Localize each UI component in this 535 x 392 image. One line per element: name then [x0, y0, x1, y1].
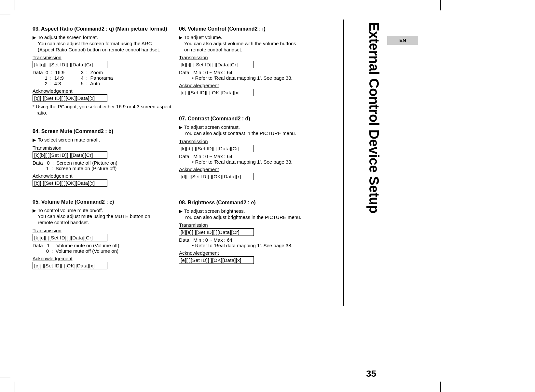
arrow-icon: ▶ [33, 34, 36, 53]
data-row: 3 : Zoom [81, 70, 113, 75]
desc-line: To control volume mute on/off. [38, 208, 103, 213]
transmission-label: Transmission [33, 228, 172, 233]
section-title: 08. Brightness (Command2 : e) [179, 200, 319, 206]
data-table: Data 0 : 16:9 1 : 14:9 2 : 4:3 3 : Zoom … [33, 70, 172, 86]
crop-mark [0, 15, 10, 15]
section-title: 05. Volume Mute (Command2 : c) [33, 199, 172, 205]
data-row: 1 : 14:9 [33, 75, 64, 81]
desc-line: To adjust screen contrast. [184, 124, 240, 130]
crop-mark [440, 382, 441, 392]
ack-label: Acknowledgement [179, 167, 319, 172]
section-note: * Using the PC input, you select either … [33, 104, 172, 116]
section-desc: ▶ To adjust volume. You can also adjust … [179, 34, 319, 53]
data-note: Refer to 'Real data mapping 1'. See page… [192, 243, 319, 248]
arrow-icon: ▶ [33, 137, 36, 143]
desc-line: To adjust screen brightness. [184, 208, 245, 214]
section-desc: ▶ To adjust the screen format. You can a… [33, 34, 172, 53]
transmission-label: Transmission [33, 55, 172, 60]
data-row: 2 : 4:3 [33, 81, 64, 86]
arrow-icon: ▶ [179, 34, 183, 53]
desc-line: You can also adjust the screen format us… [38, 41, 152, 46]
data-row: 0 : Volume mute off (Volume on) [33, 248, 172, 254]
section-desc: ▶ To adjust screen contrast. You can als… [179, 124, 319, 137]
transmission-code: [k][i][ ][Set ID][ ][Data][Cr] [179, 61, 254, 68]
transmission-label: Transmission [179, 55, 319, 60]
side-title: External Control Device Setup [366, 22, 382, 213]
section-title: 06. Volume Control (Command2 : i) [179, 26, 319, 32]
transmission-label: Transmission [179, 139, 319, 144]
note-line: ratio. [36, 110, 47, 115]
desc-line: You can also adjust contrast in the PICT… [184, 130, 296, 136]
arrow-icon: ▶ [179, 208, 183, 221]
ack-code: [b][ ][Set ID][ ][OK][Data][x] [33, 179, 107, 187]
left-column: 03. Aspect Ratio (Command2 : q) (Main pi… [33, 26, 172, 282]
section-desc: ▶ To select screen mute on/off. [33, 137, 172, 143]
transmission-code: [k][c][ ][Set ID][ ][Data][Cr] [33, 234, 107, 241]
desc-line: To select screen mute on/off. [38, 137, 100, 143]
ack-label: Acknowledgement [179, 250, 319, 256]
crop-mark [15, 0, 15, 10]
ack-label: Acknowledgement [33, 256, 172, 261]
data-note: Refer to 'Real data mapping 1'. See page… [192, 159, 319, 165]
crop-mark [440, 0, 441, 10]
section-08: 08. Brightness (Command2 : e) ▶ To adjus… [179, 200, 319, 264]
page-body: 03. Aspect Ratio (Command2 : q) (Main pi… [29, 20, 377, 364]
data-row: Data 0 : 16:9 [33, 70, 64, 75]
data-row: Data 0 : Screen mute off (Picture on) [33, 160, 172, 166]
desc-line: You can also adjust volume with the volu… [184, 41, 296, 46]
ack-code: [e][ ][Set ID][ ][OK][Data][x] [179, 256, 254, 264]
desc-line: (Aspect Ratio Control) button on remote … [38, 47, 160, 52]
transmission-label: Transmission [33, 145, 172, 151]
transmission-code: [k][d][ ][Set ID][ ][Data][Cr] [179, 145, 254, 152]
data-row: 1 : Screen mute on (Picture off) [33, 166, 172, 171]
section-title: 04. Screen Mute (Command2 : b) [33, 128, 172, 134]
data-row: Data 1 : Volume mute on (Volume off) [33, 243, 172, 248]
column-divider [343, 20, 344, 306]
desc-line: To adjust the screen format. [38, 34, 98, 40]
note-line: * Using the PC input, you select either … [33, 104, 171, 109]
transmission-label: Transmission [179, 222, 319, 228]
section-06: 06. Volume Control (Command2 : i) ▶ To a… [179, 26, 319, 96]
ack-label: Acknowledgement [179, 83, 319, 88]
section-07: 07. Contrast (Command2 : d) ▶ To adjust … [179, 116, 319, 180]
desc-line: You can also adjust brightness in the PI… [184, 214, 301, 220]
transmission-code: [k][q][ ][Set ID][ ][Data][Cr] [33, 61, 107, 68]
ack-code: [c][ ][Set ID][ ][OK][Data][x] [33, 262, 107, 269]
language-tab: EN [387, 36, 418, 45]
data-row: Data Min : 0 ~ Max : 64 [179, 70, 319, 75]
section-title: 07. Contrast (Command2 : d) [179, 116, 319, 122]
arrow-icon: ▶ [179, 124, 183, 137]
section-title: 03. Aspect Ratio (Command2 : q) (Main pi… [33, 26, 172, 32]
page-number: 35 [366, 369, 376, 379]
crop-mark [0, 377, 10, 378]
data-row: 4 : Panorama [81, 75, 113, 81]
section-05: 05. Volume Mute (Command2 : c) ▶ To cont… [33, 199, 172, 269]
data-row: Data Min : 0 ~ Max : 64 [179, 154, 319, 159]
columns: 03. Aspect Ratio (Command2 : q) (Main pi… [33, 26, 319, 282]
ack-label: Acknowledgement [33, 88, 172, 94]
section-04: 04. Screen Mute (Command2 : b) ▶ To sele… [33, 128, 172, 187]
desc-line: To adjust volume. [184, 34, 222, 40]
desc-line: on remote control handset. [184, 47, 242, 52]
section-desc: ▶ To control volume mute on/off. You can… [33, 208, 172, 226]
section-desc: ▶ To adjust screen brightness. You can a… [179, 208, 319, 221]
ack-code: [i][ ][Set ID][ ][OK][Data][x] [179, 89, 254, 96]
ack-code: [q][ ][Set ID][ ][OK][Data][x] [33, 94, 107, 102]
content-area: 03. Aspect Ratio (Command2 : q) (Main pi… [33, 26, 319, 282]
transmission-code: [k][b][ ][Set ID][ ][Data][Cr] [33, 151, 107, 159]
data-row: Data Min : 0 ~ Max : 64 [179, 237, 319, 243]
arrow-icon: ▶ [33, 208, 36, 226]
data-note: Refer to 'Real data mapping 1'. See page… [192, 75, 319, 81]
transmission-code: [k][e][ ][Set ID][ ][Data][Cr] [179, 228, 254, 236]
crop-mark [15, 382, 15, 392]
desc-line: You can also adjust mute using the MUTE … [38, 213, 150, 219]
section-03: 03. Aspect Ratio (Command2 : q) (Main pi… [33, 26, 172, 116]
right-column: 06. Volume Control (Command2 : i) ▶ To a… [179, 26, 319, 282]
ack-label: Acknowledgement [33, 173, 172, 179]
data-row: 5 : Auto [81, 81, 113, 86]
ack-code: [d][ ][Set ID][ ][OK][Data][x] [179, 173, 254, 180]
desc-line: remote control handset. [38, 220, 89, 225]
